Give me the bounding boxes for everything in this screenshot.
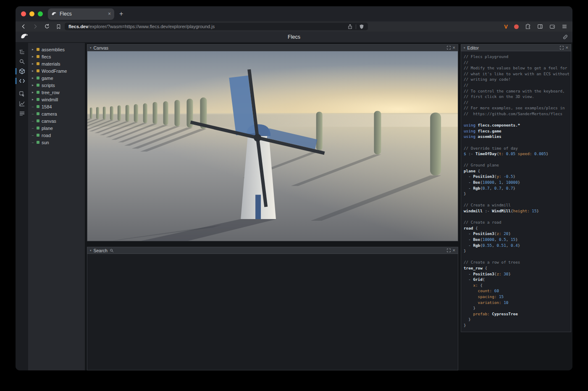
leaf-dash-icon: –	[31, 105, 34, 108]
brave-shield-icon[interactable]	[359, 24, 364, 29]
expand-arrow-icon[interactable]: ▸	[31, 91, 34, 94]
tree-item-1584[interactable]: –1584	[28, 103, 85, 110]
close-window-button[interactable]	[21, 11, 26, 16]
tree-item-scripts[interactable]: ▸scripts	[28, 82, 85, 89]
query-search-icon[interactable]	[16, 57, 28, 66]
expand-arrow-icon[interactable]: ▸	[31, 69, 34, 73]
expand-arrow-icon[interactable]: ▸	[31, 55, 34, 58]
editor-code[interactable]: // Flecs playground//// Modify the value…	[461, 51, 571, 332]
vpn-icon[interactable]: V	[504, 24, 508, 30]
tree-item-road[interactable]: –road	[28, 132, 85, 139]
editor-panel-header[interactable]: ▾ Editor ×	[461, 44, 571, 51]
sidebar-toggle-icon[interactable]	[537, 24, 543, 29]
bookmark-icon[interactable]	[56, 24, 61, 29]
tree-item-label: 1584	[42, 104, 52, 109]
close-panel-icon[interactable]: ×	[453, 45, 455, 50]
tree-item-sun[interactable]: –sun	[28, 139, 85, 146]
canvas-panel-header[interactable]: ▾ Canvas ×	[87, 44, 458, 51]
back-button[interactable]	[21, 24, 26, 29]
inspector-icon[interactable]	[16, 89, 28, 99]
browser-tab-flecs[interactable]: Flecs ×	[48, 8, 114, 20]
collapse-chevron-icon[interactable]: ▾	[90, 249, 92, 252]
tree-item-canvas[interactable]: –canvas	[28, 117, 85, 124]
minimize-window-button[interactable]	[29, 11, 34, 16]
code-line: plane {	[464, 168, 570, 174]
expand-arrow-icon[interactable]: ▸	[31, 77, 34, 80]
code-line: //	[464, 100, 570, 106]
share-link-icon[interactable]	[562, 34, 568, 40]
tree-item-game[interactable]: ▸game	[28, 74, 85, 82]
code-line	[464, 254, 570, 260]
tree-item-camera[interactable]: –camera	[28, 110, 85, 117]
tree-item-flecs[interactable]: ▸flecs	[28, 53, 85, 60]
search-results-area[interactable]	[87, 254, 458, 370]
tab-close-icon[interactable]: ×	[108, 11, 111, 17]
canvas-view-icon[interactable]	[16, 66, 28, 76]
forward-button[interactable]	[32, 24, 38, 29]
tree-item-windmill[interactable]: ▸windmill	[28, 96, 85, 103]
browser-toolbar: flecs.dev/explorer/?wasm=https://www.fle…	[16, 21, 572, 32]
code-line: // writing any code!	[464, 77, 570, 82]
tree-item-label: assemblies	[42, 47, 65, 52]
collapse-chevron-icon[interactable]: ▾	[90, 46, 92, 50]
url-bar[interactable]: flecs.dev/explorer/?wasm=https://www.fle…	[65, 23, 368, 30]
code-line: using flecs.components.*	[464, 122, 570, 128]
code-line: - Position3{y: -0.5}	[464, 174, 570, 180]
tree-item-label: camera	[42, 111, 57, 116]
entity-kind-swatch	[37, 69, 39, 72]
traffic-lights	[16, 11, 48, 16]
entity-tree-icon[interactable]	[16, 47, 28, 57]
canvas-3d-view[interactable]	[87, 51, 458, 241]
wallet-icon[interactable]	[549, 24, 555, 29]
zoom-window-button[interactable]	[38, 11, 43, 16]
tree-item-tree_row[interactable]: ▸tree_row	[28, 89, 85, 96]
close-panel-icon[interactable]: ×	[453, 248, 455, 253]
search-panel-header[interactable]: ▾ Search ×	[87, 247, 458, 254]
tree-item-assemblies[interactable]: ▸assemblies	[28, 46, 85, 53]
fullscreen-icon[interactable]	[560, 46, 564, 50]
tree-item-label: road	[42, 133, 51, 138]
fullscreen-icon[interactable]	[447, 46, 451, 50]
leaf-dash-icon: –	[31, 141, 34, 144]
leaf-dash-icon: –	[31, 134, 34, 137]
code-line: using assemblies	[464, 134, 570, 140]
reload-button[interactable]	[44, 24, 50, 29]
entity-kind-swatch	[37, 105, 39, 108]
entity-kind-swatch	[37, 62, 39, 65]
code-line	[464, 157, 570, 163]
search-magnifier-icon	[110, 248, 114, 253]
stats-icon[interactable]	[16, 99, 28, 108]
toolbar-extension-cluster: V	[504, 24, 567, 30]
expand-arrow-icon[interactable]: ▸	[31, 48, 34, 51]
collapse-chevron-icon[interactable]: ▾	[464, 46, 465, 50]
code-line: //	[464, 82, 570, 88]
tree-item-label: WoodFrame	[42, 69, 67, 74]
tree-item-WoodFrame[interactable]: ▸WoodFrame	[28, 67, 85, 74]
entity-kind-swatch	[37, 112, 39, 115]
code-line: // Override time of day	[464, 145, 570, 151]
extension-red-icon[interactable]	[514, 24, 519, 29]
leaf-dash-icon: –	[31, 119, 34, 123]
close-panel-icon[interactable]: ×	[566, 45, 568, 50]
tree-item-plane[interactable]: –plane	[28, 124, 85, 132]
code-line: }	[464, 248, 570, 254]
commands-icon[interactable]	[16, 108, 28, 118]
tree-item-label: plane	[42, 126, 53, 131]
windmill-scene	[87, 51, 458, 241]
code-editor-icon[interactable]	[16, 76, 28, 86]
extensions-puzzle-icon[interactable]	[525, 24, 531, 29]
new-tab-button[interactable]: +	[119, 10, 123, 18]
explorer-content: ▸assemblies▸flecs▸materials▸WoodFrame▸ga…	[16, 43, 572, 370]
share-icon[interactable]	[347, 24, 353, 29]
expand-arrow-icon[interactable]: ▸	[31, 84, 34, 87]
code-line: // For more examples, see examples/plecs…	[464, 105, 570, 111]
entity-kind-swatch	[37, 48, 39, 51]
expand-arrow-icon[interactable]: ▸	[31, 62, 34, 66]
expand-arrow-icon[interactable]: ▸	[31, 98, 34, 101]
code-line	[464, 140, 570, 145]
tree-item-label: flecs	[42, 54, 51, 59]
code-line: // Create a windmill	[464, 202, 570, 208]
menu-icon[interactable]	[562, 24, 567, 29]
tree-item-materials[interactable]: ▸materials	[28, 60, 85, 67]
fullscreen-icon[interactable]	[447, 248, 451, 252]
